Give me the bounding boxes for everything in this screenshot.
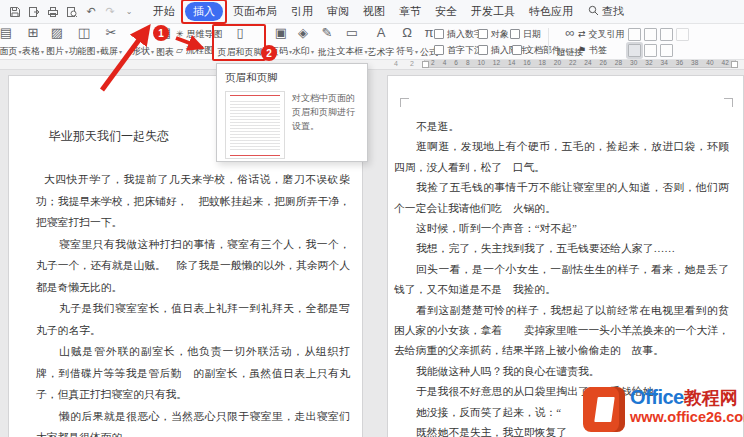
mindmap-icon: ✳ bbox=[176, 29, 184, 39]
menu-tab[interactable]: 视图 bbox=[356, 1, 392, 22]
insert-number-icon bbox=[434, 29, 444, 39]
ribbon-mini-icon[interactable] bbox=[628, 28, 641, 41]
ribbon-insert: ▤ 封面页 ⊞ 表格 ▨ 图片 ◫ 功能图 ✂ 截屏 ◇ 形状 ▦ 图表 ✳ 思 bbox=[0, 24, 744, 60]
menu-tab[interactable]: 页面布局 bbox=[226, 1, 284, 22]
screenshot-icon: ✂ bbox=[106, 26, 117, 40]
ruler-number: 10 bbox=[478, 60, 485, 67]
symbol-icon: Ω bbox=[402, 26, 412, 40]
ruler-number: 36 bbox=[676, 60, 683, 67]
ruler-number: 28 bbox=[615, 60, 622, 67]
menu-tab[interactable]: 开始 bbox=[146, 1, 182, 22]
paragraph[interactable]: 我捡了五毛钱的事情千万不能让寝室里的人知道，否则，他们两个一定会让我请他们吃 火… bbox=[394, 177, 729, 218]
paragraph[interactable]: 逛啊逛，发现地上有个硬币，五毛的，捡起来，放进口袋，环顾四周，没人看到，松了 口… bbox=[394, 136, 729, 177]
page-number-icon: ▣ bbox=[275, 26, 287, 40]
text-box-icon: ▭ bbox=[346, 26, 358, 40]
paragraph[interactable]: 大四快开学了，我提前了几天来学校，俗话说，磨刀不误砍柴功；我提早来学校，把床铺好… bbox=[36, 169, 350, 234]
paragraph[interactable]: 我能做这种人吗？我的良心在谴责我。 bbox=[394, 361, 729, 381]
paragraph[interactable]: 看到这副楚楚可怜的样子，我想起了以前经常在电视里看到的贫困人家的小女孩，拿着 卖… bbox=[394, 300, 729, 361]
tooltip-preview-thumbnail bbox=[225, 91, 285, 159]
menu-tab[interactable]: 章节 bbox=[392, 1, 428, 22]
ruler-number: 40 bbox=[706, 60, 713, 67]
bookmark-button[interactable]: ⚑ 书签 bbox=[578, 44, 607, 56]
drop-cap-button[interactable]: 首字下沉 bbox=[434, 44, 483, 56]
menu-tab[interactable]: 插入 bbox=[185, 2, 223, 21]
insert-number-button[interactable]: 插入数字 bbox=[434, 28, 483, 40]
quick-access-toolbar: ↶ ↷ ⌄ bbox=[0, 5, 136, 19]
cross-reference-button[interactable]: ⇄ 交叉引用 bbox=[578, 28, 625, 40]
doc-parts-icon bbox=[512, 45, 522, 55]
header-footer-button[interactable]: ▯ 页眉和页脚 bbox=[214, 26, 266, 57]
paragraph[interactable]: 寝室里只有我做这种打扫的事情，寝室有三个人，我一个，丸子一个，还有就是山贼。 除… bbox=[36, 234, 350, 299]
date-button[interactable]: 日期 bbox=[510, 28, 541, 40]
picture-icon: ▨ bbox=[51, 26, 63, 40]
paragraph[interactable]: 这时候，听到一个声音：“对不起” bbox=[394, 218, 729, 238]
paragraph[interactable]: 懒的后果就是很恶心，当然恶心只限于寝室里，走出寝室们大家都是很体面的。 bbox=[36, 406, 350, 437]
flowchart-button[interactable]: ▱ 流程图 bbox=[176, 44, 213, 56]
ruler-number: 8 bbox=[466, 60, 470, 67]
ribbon-mini-icon[interactable] bbox=[660, 44, 673, 57]
watermark-brand: Office教程网 bbox=[630, 387, 744, 409]
smart-diagram-icon: ◫ bbox=[78, 26, 90, 40]
undo-icon[interactable]: ↶ bbox=[84, 5, 98, 19]
ruler-number: 18 bbox=[539, 60, 546, 67]
ruler-number: 6 bbox=[454, 60, 458, 67]
hyperlink-icon: ∞ bbox=[565, 26, 574, 40]
header-footer-icon: ▯ bbox=[236, 26, 243, 40]
ruler-margin-number: 4 bbox=[394, 60, 398, 67]
ribbon-separator bbox=[548, 28, 549, 55]
print-icon[interactable] bbox=[46, 5, 60, 19]
menu-tab[interactable]: 引用 bbox=[284, 1, 320, 22]
menu-tab[interactable]: 安全 bbox=[428, 1, 464, 22]
chart-icon: ▦ bbox=[159, 26, 171, 40]
paragraph[interactable]: 山贼是管外联的副室长，他负责一切外联活动，从组织打牌，到借碟片等等我是管后勤 的… bbox=[36, 341, 350, 406]
redo-icon: ↷ bbox=[103, 5, 117, 19]
menu-tab[interactable]: 特色应用 bbox=[522, 1, 580, 22]
shapes-icon: ◇ bbox=[138, 26, 148, 40]
export-pdf-icon[interactable] bbox=[27, 5, 41, 19]
formula-icon: π bbox=[425, 26, 434, 40]
paragraph[interactable]: 丸子是我们寝室室长，值日表上礼拜一到礼拜天，全都是写丸子的名字。 bbox=[36, 298, 350, 341]
page-left-body: 大四快开学了，我提前了几天来学校，俗话说，磨刀不误砍柴功；我提早来学校，把床铺好… bbox=[36, 169, 350, 437]
ruler-number: 24 bbox=[584, 60, 591, 67]
cover-page-icon: ▤ bbox=[0, 26, 12, 40]
attachment-icon bbox=[478, 45, 488, 55]
paragraph[interactable]: 不是逛。 bbox=[394, 116, 729, 136]
document-page-right[interactable]: 不是逛。逛啊逛，发现地上有个硬币，五毛的，捡起来，放进口袋，环顾四周，没人看到，… bbox=[387, 75, 744, 437]
save-icon[interactable] bbox=[8, 5, 22, 19]
object-button[interactable]: 对象 bbox=[478, 28, 513, 40]
bookmark-icon: ⚑ bbox=[578, 45, 586, 55]
word-art-icon: A bbox=[377, 26, 386, 40]
ruler-number: 16 bbox=[523, 60, 530, 67]
menu-tab[interactable]: 审阅 bbox=[320, 1, 356, 22]
thumb-header-line bbox=[230, 95, 280, 96]
paragraph[interactable]: 回头一看，是一个小女生，一副怯生生的样子，看来，她是丢了钱了，又不知道是不是 我… bbox=[394, 259, 729, 300]
find-button[interactable]: 查找 bbox=[588, 4, 624, 19]
ruler-number: 32 bbox=[645, 60, 652, 67]
ruler-number: 38 bbox=[691, 60, 698, 67]
screenshot-button[interactable]: ✂ 截屏 bbox=[96, 26, 126, 57]
ribbon-mini-icon[interactable] bbox=[644, 44, 657, 57]
drop-cap-icon bbox=[434, 45, 444, 55]
ruler-number: 22 bbox=[569, 60, 576, 67]
ribbon-mini-icon[interactable] bbox=[628, 44, 641, 57]
header-footer-tooltip: 页眉和页脚 对文档中页面的页眉和页脚进行设置。 bbox=[216, 63, 368, 162]
ribbon-mini-icon[interactable] bbox=[644, 28, 657, 41]
text-boundary-mark bbox=[400, 98, 409, 107]
cross-reference-icon: ⇄ bbox=[578, 29, 586, 39]
object-icon bbox=[478, 29, 488, 39]
ruler-margin-number: 2 bbox=[410, 60, 414, 67]
thumb-footer-line bbox=[230, 155, 280, 156]
paragraph[interactable]: 我想，完了，失主找到我了，五毛钱要还给人家了…… bbox=[394, 238, 729, 258]
ruler-number: 42 bbox=[722, 60, 729, 67]
text-boundary-mark bbox=[724, 98, 733, 107]
menu-tab[interactable]: 开发工具 bbox=[464, 1, 522, 22]
ruler-number: 2 bbox=[431, 60, 435, 67]
horizontal-ruler[interactable]: 4 2 246810121416182022242628303234363840… bbox=[0, 59, 744, 70]
search-icon bbox=[588, 5, 599, 18]
toolbar-more-icon[interactable]: ⌄ bbox=[122, 5, 136, 19]
find-label: 查找 bbox=[602, 4, 624, 19]
ribbon-mini-icon[interactable] bbox=[660, 28, 673, 41]
print-preview-icon[interactable] bbox=[65, 5, 79, 19]
menu-tabs: 开始插入页面布局引用审阅视图章节安全开发工具特色应用 bbox=[146, 0, 580, 23]
watermark-icon: ◈ bbox=[298, 26, 308, 40]
